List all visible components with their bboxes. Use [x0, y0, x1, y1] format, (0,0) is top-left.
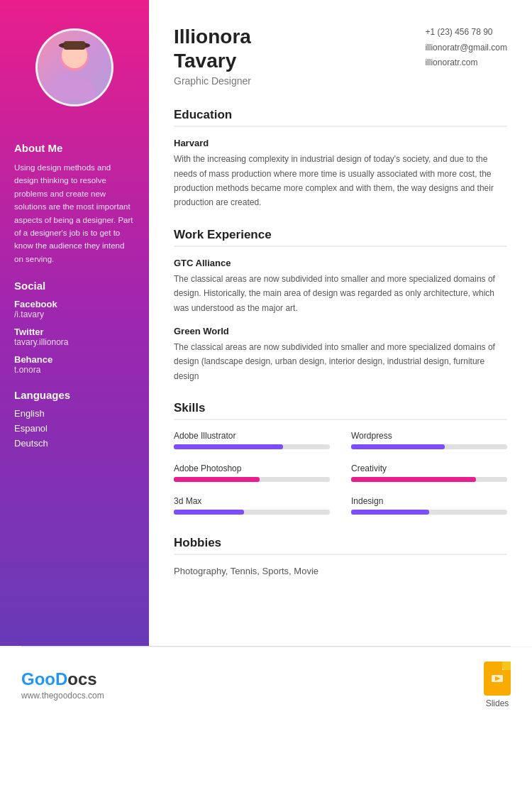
social-title: Social	[14, 280, 135, 292]
phone: +1 (23) 456 78 90	[425, 25, 507, 40]
name-title: Illionora Tavary Graphic Designer	[174, 25, 251, 87]
skill-photoshop: Adobe Photoshop	[174, 463, 330, 482]
skill-creativity-bar-bg	[351, 477, 507, 482]
languages-title: Languages	[14, 389, 135, 401]
skill-indesign-bar-fill	[351, 510, 429, 515]
skill-illustrator: Adobe Illustrator	[174, 431, 330, 449]
slides-inner-icon	[490, 673, 504, 684]
education-school: Harvard	[174, 138, 507, 148]
skill-3dmax-bar-bg	[174, 510, 330, 515]
skill-creativity-bar-fill	[351, 477, 476, 482]
email: illionoratr@gmail.com	[425, 40, 507, 56]
work-company-2: Green World	[174, 326, 507, 336]
about-title: About Me	[14, 142, 135, 154]
skill-wordpress: Wordpress	[351, 431, 507, 449]
slides-icon-container: Slides	[484, 662, 511, 708]
work-company-1: GTC Alliance	[174, 258, 507, 268]
skill-illustrator-label: Adobe Illustrator	[174, 431, 330, 441]
social-name-twitter: Twitter	[14, 327, 135, 337]
gooddocs-logo: GooDocs www.thegoodocs.com	[21, 669, 104, 701]
sidebar-content: About Me Using design methods and design…	[0, 121, 149, 460]
hobbies-title: Hobbies	[174, 536, 507, 555]
skill-photoshop-label: Adobe Photoshop	[174, 463, 330, 473]
work-desc-2: The classical areas are now subdivided i…	[174, 340, 507, 383]
skill-indesign-label: Indesign	[351, 496, 507, 506]
footer-branding: GooDocs www.thegoodocs.com Slides	[0, 647, 532, 723]
header-section: Illionora Tavary Graphic Designer +1 (23…	[174, 25, 507, 87]
svg-point-1	[53, 77, 96, 99]
skill-3dmax-label: 3d Max	[174, 496, 330, 506]
skill-3dmax-bar-fill	[174, 510, 244, 515]
social-handle-twitter: tavary.illionora	[14, 337, 135, 347]
page-wrapper: About Me Using design methods and design…	[0, 0, 532, 812]
website: illionoratr.com	[425, 55, 507, 71]
work-experience-title: Work Experience	[174, 228, 507, 247]
gooddocs-name-blue: Goo	[21, 669, 55, 688]
skill-illustrator-bar-fill	[174, 444, 283, 449]
social-item-behance: Behance t.onora	[14, 354, 135, 375]
slides-label: Slides	[486, 698, 509, 708]
education-title: Education	[174, 108, 507, 127]
gooddocs-d-icon: D	[55, 669, 67, 688]
skill-creativity-label: Creativity	[351, 463, 507, 473]
slides-icon-shape	[484, 662, 511, 696]
skill-illustrator-bar-bg	[174, 444, 330, 449]
social-name-behance: Behance	[14, 354, 135, 365]
language-english: English	[14, 408, 135, 419]
contact-info: +1 (23) 456 78 90 illionoratr@gmail.com …	[425, 25, 507, 71]
skill-wordpress-bar-bg	[351, 444, 507, 449]
job-title: Graphic Designer	[174, 75, 251, 87]
social-item-facebook: Facebook /i.tavary	[14, 299, 135, 319]
skill-indesign-bar-bg	[351, 510, 507, 515]
avatar-image	[38, 28, 111, 106]
skill-3dmax: 3d Max	[174, 496, 330, 515]
skill-photoshop-bar-fill	[174, 477, 260, 482]
sidebar: About Me Using design methods and design…	[0, 0, 149, 646]
language-espanol: Espanol	[14, 423, 135, 434]
social-item-twitter: Twitter tavary.illionora	[14, 327, 135, 347]
about-text: Using design methods and design thinking…	[14, 161, 135, 265]
skill-photoshop-bar-bg	[174, 477, 330, 482]
resume-card: About Me Using design methods and design…	[0, 0, 532, 646]
social-handle-facebook: /i.tavary	[14, 309, 135, 319]
gooddocs-name-rest: ocs	[67, 669, 96, 688]
education-description: With the increasing complexity in indust…	[174, 152, 507, 210]
gooddocs-name: GooDocs	[21, 669, 104, 689]
skills-title: Skills	[174, 401, 507, 420]
skill-wordpress-label: Wordpress	[351, 431, 507, 441]
main-content: Illionora Tavary Graphic Designer +1 (23…	[149, 0, 532, 646]
gooddocs-url: www.thegoodocs.com	[21, 691, 104, 701]
skill-wordpress-bar-fill	[351, 444, 445, 449]
language-deutsch: Deutsch	[14, 438, 135, 449]
skills-grid: Adobe Illustrator Wordpress Adobe Photos…	[174, 431, 507, 518]
social-handle-behance: t.onora	[14, 365, 135, 375]
avatar	[35, 28, 113, 106]
work-desc-1: The classical areas are now subdivided i…	[174, 272, 507, 315]
social-name-facebook: Facebook	[14, 299, 135, 309]
full-name: Illionora Tavary	[174, 25, 251, 72]
skill-indesign: Indesign	[351, 496, 507, 515]
hobbies-text: Photography, Tennis, Sports, Movie	[174, 566, 507, 576]
skill-creativity: Creativity	[351, 463, 507, 482]
svg-rect-4	[64, 41, 85, 50]
